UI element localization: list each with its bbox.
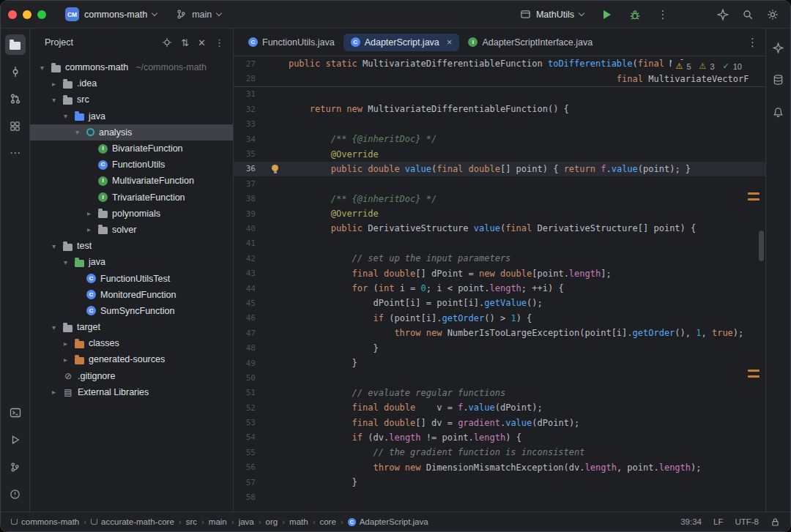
ai-chat-toolwindow-button[interactable]	[768, 37, 789, 58]
settings-button[interactable]	[762, 4, 783, 25]
code-line-51[interactable]: 51 // evaluate regular functions	[234, 386, 765, 400]
code-line-44[interactable]: 44 for (int i = 0; i < point.length; ++i…	[234, 281, 765, 296]
zoom-window-button[interactable]	[37, 10, 46, 19]
code-line-28[interactable]: 28 final MultivariateVectorF	[234, 71, 765, 86]
line-separator[interactable]: LF	[713, 517, 723, 526]
ai-assistant-button[interactable]	[713, 4, 733, 25]
tree-item-src[interactable]: ▾src	[30, 91, 233, 108]
tree-item-polynomials[interactable]: ▸polynomials	[30, 206, 233, 222]
tree-item-solver[interactable]: ▸solver	[30, 222, 233, 238]
breadcrumb-main[interactable]: main	[209, 517, 227, 526]
tree-item-External Libraries[interactable]: ▸▤External Libraries	[30, 384, 233, 400]
project-toolwindow-button[interactable]	[5, 34, 26, 55]
warning-stripe-mark[interactable]	[748, 375, 760, 378]
code-line-31[interactable]: 31	[234, 87, 765, 102]
code-line-33[interactable]: 33	[234, 117, 765, 132]
tab-AdapterScriptInterface.java[interactable]: IAdapterScriptInterface.java	[461, 34, 600, 51]
breadcrumb-src[interactable]: src	[186, 517, 197, 526]
commit-toolwindow-button[interactable]	[5, 61, 26, 82]
code-line-43[interactable]: 43 final double[] dPoint = new double[po…	[234, 266, 765, 280]
debug-button[interactable]	[625, 4, 645, 25]
warning-stripe-mark[interactable]	[748, 192, 760, 195]
tree-item-java[interactable]: ▾java	[30, 108, 233, 124]
code-line-48[interactable]: 48 }	[234, 340, 765, 355]
warning-stripe-mark[interactable]	[748, 370, 760, 372]
code-line-50[interactable]: 50	[234, 370, 765, 385]
tab-FunctionUtils.java[interactable]: CFunctionUtils.java	[241, 34, 342, 51]
tree-item-SumSyncFunction[interactable]: CSumSyncFunction	[30, 303, 233, 319]
breadcrumb-accurate-math-core[interactable]: accurate-math-core	[91, 517, 174, 526]
intention-bulb-icon[interactable]	[272, 165, 278, 171]
code-line-49[interactable]: 49 }	[234, 356, 765, 370]
tree-item-FunctionUtilsTest[interactable]: CFunctionUtilsTest	[30, 270, 233, 286]
breadcrumb-AdapterScript.java[interactable]: CAdapterScript.java	[348, 517, 428, 526]
code-line-40[interactable]: 40 public DerivativeStructure value(fina…	[234, 221, 765, 236]
breadcrumb-java[interactable]: java	[239, 517, 254, 526]
tree-item-test[interactable]: ▾test	[30, 238, 233, 254]
code-line-39[interactable]: 39 @Override	[234, 206, 765, 221]
close-tab-icon[interactable]: ×	[447, 37, 453, 47]
search-everywhere-button[interactable]	[738, 4, 758, 25]
more-toolwindows-button[interactable]: ⋯	[5, 143, 26, 163]
code-line-58[interactable]: 58	[234, 490, 765, 504]
code-line-45[interactable]: 45 dPoint[i] = point[i].getValue();	[234, 296, 765, 310]
code-line-38[interactable]: 38 /** {@inheritDoc} */	[234, 192, 765, 206]
tree-item-analysis[interactable]: ▾analysis	[30, 124, 233, 141]
code-line-34[interactable]: 34 /** {@inheritDoc} */	[234, 132, 765, 146]
run-button[interactable]	[597, 4, 617, 25]
notifications-toolwindow-button[interactable]	[768, 102, 789, 122]
select-opened-file-icon[interactable]	[162, 37, 172, 48]
run-toolwindow-button[interactable]	[5, 430, 26, 450]
tree-item-.idea[interactable]: ▸.idea	[30, 75, 233, 91]
tree-item-java[interactable]: ▾java	[30, 254, 233, 270]
terminal-toolwindow-button[interactable]	[5, 402, 26, 423]
file-encoding[interactable]: UTF-8	[735, 517, 759, 526]
tree-item-TrivariateFunction[interactable]: ITrivariateFunction	[30, 190, 233, 206]
code-line-41[interactable]: 41	[234, 236, 765, 251]
tree-item-commons-math[interactable]: ▾commons-math~/commons-math	[30, 59, 233, 75]
caret-position[interactable]: 39:34	[680, 517, 702, 526]
code-line-54[interactable]: 54 if (dv.length != point.length) {	[234, 430, 765, 445]
project-widget[interactable]: CM commons-math	[59, 4, 163, 24]
minimize-window-button[interactable]	[23, 10, 31, 19]
close-window-button[interactable]	[8, 10, 17, 19]
more-run-options-button[interactable]: ⋮	[653, 4, 673, 25]
breadcrumb-commons-math[interactable]: commons-math	[11, 517, 79, 526]
inspections-widget[interactable]: ⚠ 5 ⚠ 3 ✓ 10	[672, 60, 746, 72]
database-toolwindow-button[interactable]	[768, 70, 789, 90]
tree-item-FunctionUtils[interactable]: CFunctionUtils	[30, 157, 233, 173]
code-line-32[interactable]: 32 return new MultivariateDifferentiable…	[234, 102, 765, 116]
editor[interactable]: 27 public static MultivariateDifferentia…	[234, 56, 765, 512]
warning-stripe-mark[interactable]	[748, 198, 760, 201]
structure-toolwindow-button[interactable]	[5, 116, 26, 136]
breadcrumb-math[interactable]: math	[289, 517, 308, 526]
code-line-37[interactable]: 37	[234, 176, 765, 191]
code-line-53[interactable]: 53 final double[] dv = gradient.value(dP…	[234, 415, 765, 430]
breadcrumb-core[interactable]: core	[319, 517, 335, 526]
tab-AdapterScript.java[interactable]: CAdapterScript.java×	[343, 34, 460, 51]
breadcrumb-org[interactable]: org	[266, 517, 278, 526]
tree-item-.gitignore[interactable]: ⊘.gitignore	[30, 368, 233, 384]
code-line-35[interactable]: 35 @Override	[234, 146, 765, 161]
tree-item-MonitoredFunction[interactable]: CMonitoredFunction	[30, 287, 233, 303]
pull-requests-toolwindow-button[interactable]	[5, 89, 26, 109]
lock-icon[interactable]	[770, 517, 780, 527]
more-options-icon[interactable]: ⋮	[215, 37, 224, 48]
code-line-46[interactable]: 46 if (point[i].getOrder() > 1) {	[234, 311, 765, 326]
code-line-36[interactable]: 36 public double value(final double[] po…	[234, 162, 765, 176]
run-config-widget[interactable]: MathUtils	[514, 6, 590, 23]
code-line-57[interactable]: 57 }	[234, 475, 765, 490]
code-line-42[interactable]: 42 // set up the input parameters	[234, 251, 765, 266]
tree-item-BivariateFunction[interactable]: IBivariateFunction	[30, 141, 233, 157]
hide-panel-icon[interactable]: ✕	[198, 37, 206, 48]
tree-item-classes[interactable]: ▸classes	[30, 335, 233, 351]
code-line-52[interactable]: 52 final double v = f.value(dPoint);	[234, 400, 765, 415]
tree-item-target[interactable]: ▾target	[30, 319, 233, 335]
tree-item-MultivariateFunction[interactable]: IMultivariateFunction	[30, 173, 233, 189]
code-line-56[interactable]: 56 throw new DimensionMismatchException(…	[234, 460, 765, 475]
code-line-47[interactable]: 47 throw new NumberIsTooLargeException(p…	[234, 326, 765, 340]
tab-options-icon[interactable]: ⋮	[747, 36, 758, 49]
expand-collapse-icon[interactable]: ⇅	[181, 37, 189, 48]
tree-item-generated-sources[interactable]: ▸generated-sources	[30, 351, 233, 367]
problems-toolwindow-button[interactable]	[5, 484, 26, 504]
